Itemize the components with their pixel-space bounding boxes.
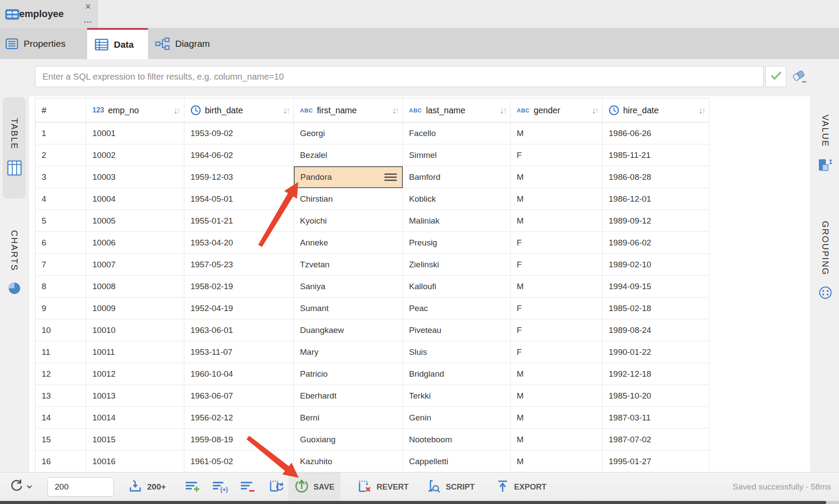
data-cell[interactable]: 10011 — [86, 341, 184, 363]
data-cell[interactable]: Facello — [403, 122, 511, 144]
horizontal-scrollbar[interactable] — [0, 501, 839, 504]
data-cell[interactable]: Terkki — [403, 385, 511, 407]
sort-icon[interactable]: ↓↑ — [695, 106, 705, 115]
data-cell[interactable]: Zielinski — [403, 254, 511, 276]
data-cell[interactable]: 10001 — [86, 122, 184, 144]
data-cell[interactable]: 1955-01-21 — [184, 210, 294, 232]
data-cell[interactable]: 10014 — [86, 407, 184, 429]
data-cell[interactable]: 1985-02-18 — [603, 298, 709, 319]
column-header-hire_date[interactable]: hire_date↓↑ — [603, 98, 709, 122]
data-cell[interactable]: M — [511, 451, 603, 472]
data-cell[interactable]: 1957-05-23 — [184, 254, 294, 276]
data-cell[interactable]: 1995-01-27 — [603, 451, 709, 472]
data-cell[interactable]: Cappelletti — [403, 451, 511, 472]
export-button[interactable]: EXPORT — [490, 472, 553, 501]
data-cell[interactable]: 1956-02-12 — [184, 407, 294, 429]
data-cell[interactable]: 1986-06-26 — [603, 122, 709, 144]
data-cell[interactable]: 1989-08-24 — [603, 319, 709, 341]
data-cell[interactable]: 10016 — [86, 451, 184, 472]
panel-tab-grouping[interactable]: GROUPING — [814, 206, 837, 317]
sort-icon[interactable]: ↓↑ — [496, 106, 506, 115]
data-cell[interactable]: 1990-01-22 — [603, 341, 709, 363]
column-header-birth_date[interactable]: birth_date↓↑ — [184, 98, 294, 122]
data-cell[interactable]: Sumant — [294, 298, 403, 319]
data-cell[interactable]: 1992-12-18 — [603, 363, 709, 385]
data-cell[interactable]: 1953-09-02 — [184, 122, 294, 144]
data-cell[interactable]: F — [511, 144, 603, 166]
sort-icon[interactable]: ↓↑ — [279, 106, 289, 115]
sort-icon[interactable]: ↓↑ — [588, 106, 598, 115]
data-cell[interactable]: M — [511, 122, 603, 144]
tab-properties[interactable]: Properties — [0, 28, 87, 59]
data-cell[interactable]: Duangkaew — [294, 319, 403, 341]
data-cell[interactable]: F — [511, 319, 603, 341]
data-cell[interactable]: Pandora — [294, 166, 403, 188]
data-cell[interactable]: Piveteau — [403, 319, 511, 341]
tab-overflow-icon[interactable]: … — [82, 15, 94, 24]
data-cell[interactable]: 10008 — [86, 276, 184, 298]
data-cell[interactable]: Chirstian — [294, 188, 403, 210]
data-cell[interactable]: 10012 — [86, 363, 184, 385]
sql-filter-input[interactable] — [35, 66, 764, 87]
data-cell[interactable]: 1964-06-02 — [184, 144, 294, 166]
panel-tab-table[interactable]: TABLE — [3, 97, 26, 199]
data-cell[interactable]: 10010 — [86, 319, 184, 341]
data-cell[interactable]: Sluis — [403, 341, 511, 363]
sort-icon[interactable]: ↓↑ — [170, 106, 180, 115]
data-cell[interactable]: M — [511, 385, 603, 407]
column-header-gender[interactable]: ABCgender↓↑ — [511, 98, 603, 122]
data-cell[interactable]: F — [511, 232, 603, 254]
sort-icon[interactable]: ↓↑ — [388, 106, 398, 115]
data-cell[interactable]: 10004 — [86, 188, 184, 210]
data-cell[interactable]: 1989-02-10 — [603, 254, 709, 276]
column-header-rownum[interactable]: # — [35, 98, 86, 122]
data-cell[interactable]: Koblick — [403, 188, 511, 210]
data-cell[interactable]: 10013 — [86, 385, 184, 407]
column-header-last_name[interactable]: ABClast_name↓↑ — [403, 98, 511, 122]
data-cell[interactable]: 1953-04-20 — [184, 232, 294, 254]
revert-button[interactable]: REVERT — [350, 472, 415, 501]
data-cell[interactable]: 1960-10-04 — [184, 363, 294, 385]
column-header-emp_no[interactable]: 123emp_no↓↑ — [86, 98, 184, 122]
duplicate-row-button[interactable]: (+) — [211, 472, 229, 501]
data-cell[interactable]: Bridgland — [403, 363, 511, 385]
data-cell[interactable]: 1963-06-07 — [184, 385, 294, 407]
data-cell[interactable]: Mary — [294, 341, 403, 363]
data-cell[interactable]: 1987-03-11 — [603, 407, 709, 429]
data-cell[interactable]: 10002 — [86, 144, 184, 166]
data-cell[interactable]: 10015 — [86, 429, 184, 451]
data-cell[interactable]: M — [511, 166, 603, 188]
data-cell[interactable]: 10005 — [86, 210, 184, 232]
data-cell[interactable]: Berni — [294, 407, 403, 429]
data-cell[interactable]: Guoxiang — [294, 429, 403, 451]
data-cell[interactable]: F — [511, 254, 603, 276]
data-cell[interactable]: 1985-10-20 — [603, 385, 709, 407]
save-button[interactable]: SAVE — [288, 472, 341, 501]
data-cell[interactable]: M — [511, 363, 603, 385]
panel-tab-charts[interactable]: CHARTS — [3, 214, 26, 313]
data-cell[interactable]: 10006 — [86, 232, 184, 254]
data-cell[interactable]: 1954-05-01 — [184, 188, 294, 210]
data-cell[interactable]: F — [511, 298, 603, 319]
data-cell[interactable]: Bezalel — [294, 144, 403, 166]
fetch-more-button[interactable]: 200+ — [128, 472, 166, 501]
refresh-cell-button[interactable] — [268, 472, 285, 501]
data-cell[interactable]: M — [511, 429, 603, 451]
data-cell[interactable]: 1986-12-01 — [603, 188, 709, 210]
apply-filter-button[interactable] — [765, 66, 786, 87]
data-cell[interactable]: Eberhardt — [294, 385, 403, 407]
data-cell[interactable]: 1959-12-03 — [184, 166, 294, 188]
data-cell[interactable]: Preusig — [403, 232, 511, 254]
tab-data[interactable]: Data — [87, 28, 148, 59]
data-cell[interactable]: 1989-09-12 — [603, 210, 709, 232]
data-cell[interactable]: 1961-05-02 — [184, 451, 294, 472]
data-cell[interactable]: Tzvetan — [294, 254, 403, 276]
data-cell[interactable]: Saniya — [294, 276, 403, 298]
data-cell[interactable]: 1963-06-01 — [184, 319, 294, 341]
data-cell[interactable]: Bamford — [403, 166, 511, 188]
data-cell[interactable]: M — [511, 407, 603, 429]
script-button[interactable]: SCRIPT — [420, 472, 481, 501]
clear-filter-button[interactable] — [791, 69, 808, 86]
data-cell[interactable]: M — [511, 188, 603, 210]
data-cell[interactable]: 1986-08-28 — [603, 166, 709, 188]
